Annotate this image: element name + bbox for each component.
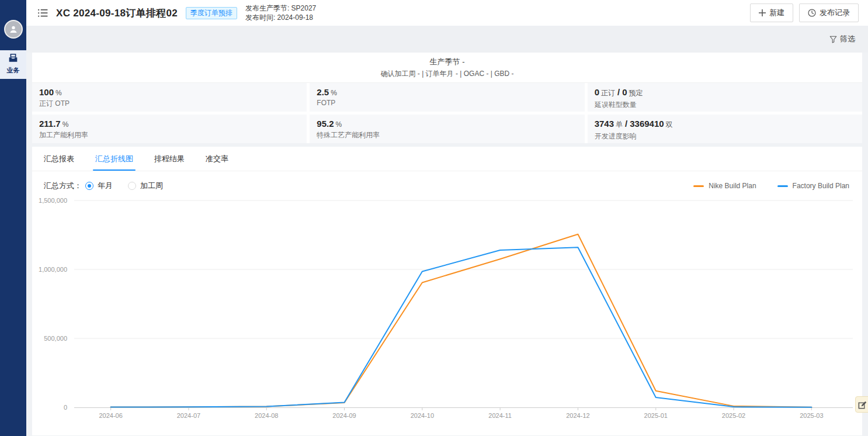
topbar-actions: 新建 发布记录: [750, 4, 859, 22]
topbar: XC 2024-09-18订单排程02 季度订单预排 发布生产季节: SP202…: [26, 0, 868, 26]
chart-panel: 汇总报表 汇总折线图 排程结果 准交率 汇总方式： 年月 加工周 Nike Bu…: [32, 147, 862, 435]
svg-text:2025-02: 2025-02: [722, 412, 745, 419]
publish-season: 发布生产季节: SP2027: [245, 4, 316, 13]
sidebar: 业务: [0, 0, 26, 436]
stat-card-dev-progress: 3743单/3369410双 开发进度影响: [588, 115, 862, 143]
tab-summary-report[interactable]: 汇总报表: [44, 147, 74, 171]
tab-summary-line-chart[interactable]: 汇总折线图: [95, 147, 133, 171]
radio-icon: [85, 182, 93, 190]
main-area: XC 2024-09-18订单排程02 季度订单预排 发布生产季节: SP202…: [26, 0, 868, 435]
user-icon: [8, 24, 19, 34]
publish-meta: 发布生产季节: SP2027 发布时间: 2024-09-18: [245, 4, 316, 22]
svg-text:2025-01: 2025-01: [644, 412, 668, 419]
stat-card-fotp: 2.5% FOTP: [310, 83, 584, 112]
radio-year-month[interactable]: 年月: [85, 181, 113, 191]
svg-text:2024-08: 2024-08: [255, 412, 278, 419]
business-icon: [8, 54, 18, 63]
new-button[interactable]: 新建: [750, 4, 793, 22]
chart-legend: Nike Build Plan Factory Build Plan: [693, 182, 849, 190]
filter-button[interactable]: 筛选: [829, 34, 855, 44]
stat-card-capacity-util: 211.7% 加工产能利用率: [32, 115, 307, 143]
svg-text:2024-11: 2024-11: [488, 412, 512, 419]
tab-scheduling-result[interactable]: 排程结果: [154, 147, 185, 171]
sidebar-item-business[interactable]: 业务: [0, 50, 26, 79]
sidebar-item-label: 业务: [0, 66, 26, 75]
stat-card-special-capacity-util: 95.2% 特殊工艺产能利用率: [310, 115, 584, 143]
group-by-label: 汇总方式：: [44, 181, 82, 191]
chart-controls: 汇总方式： 年月 加工周 Nike Build Plan Factory Bui…: [32, 171, 862, 195]
page-title: XC 2024-09-18订单排程02: [56, 6, 178, 20]
edit-icon: [858, 400, 867, 409]
chart-canvas: 0500,0001,000,0001,500,0002024-062024-07…: [32, 197, 862, 426]
publish-time: 发布时间: 2024-09-18: [245, 13, 316, 22]
legend-nike-build-plan[interactable]: Nike Build Plan: [693, 182, 756, 190]
season-line: 生产季节 -: [32, 57, 862, 67]
svg-text:500,000: 500,000: [44, 335, 67, 342]
plus-icon: [759, 9, 766, 16]
list-menu-icon[interactable]: [38, 9, 48, 18]
svg-text:2024-06: 2024-06: [99, 412, 122, 419]
detail-line: 确认加工周 - | 订单年月 - | OGAC - | GBD -: [32, 69, 862, 79]
avatar[interactable]: [4, 20, 23, 39]
svg-text:2024-10: 2024-10: [411, 412, 434, 419]
publish-record-button[interactable]: 发布记录: [799, 4, 859, 22]
svg-text:2024-12: 2024-12: [566, 412, 589, 419]
edit-float-button[interactable]: [855, 396, 868, 413]
legend-factory-build-plan[interactable]: Factory Build Plan: [777, 182, 849, 190]
stat-card-delayed-models: 0正订/0预定 延误鞋型数量: [588, 83, 862, 112]
clock-icon: [808, 9, 816, 17]
tab-on-time-rate[interactable]: 准交率: [206, 147, 228, 171]
summary-header: 生产季节 - 确认加工周 - | 订单年月 - | OGAC - | GBD -: [32, 53, 862, 83]
radio-process-week[interactable]: 加工周: [128, 181, 163, 191]
legend-dash-icon: [777, 185, 788, 187]
stat-card-otp: 100% 正订 OTP: [32, 83, 307, 112]
svg-text:1,500,000: 1,500,000: [39, 197, 67, 204]
svg-text:2025-03: 2025-03: [800, 412, 823, 419]
svg-text:0: 0: [64, 404, 67, 411]
svg-text:2024-07: 2024-07: [177, 412, 200, 419]
legend-dash-icon: [693, 185, 704, 187]
svg-text:1,000,000: 1,000,000: [39, 266, 67, 273]
tabs: 汇总报表 汇总折线图 排程结果 准交率: [32, 147, 862, 171]
stats-grid: 100% 正订 OTP 2.5% FOTP 0正订/0预定 延误鞋型数量 211…: [32, 83, 862, 143]
svg-text:2024-09: 2024-09: [332, 412, 356, 419]
filter-bar: 筛选: [26, 26, 868, 53]
order-type-badge: 季度订单预排: [186, 7, 237, 19]
radio-icon: [128, 182, 136, 190]
line-chart: 0500,0001,000,0001,500,0002024-062024-07…: [32, 195, 862, 428]
funnel-icon: [829, 36, 837, 43]
summary-panel: 生产季节 - 确认加工周 - | 订单年月 - | OGAC - | GBD -…: [32, 53, 862, 143]
